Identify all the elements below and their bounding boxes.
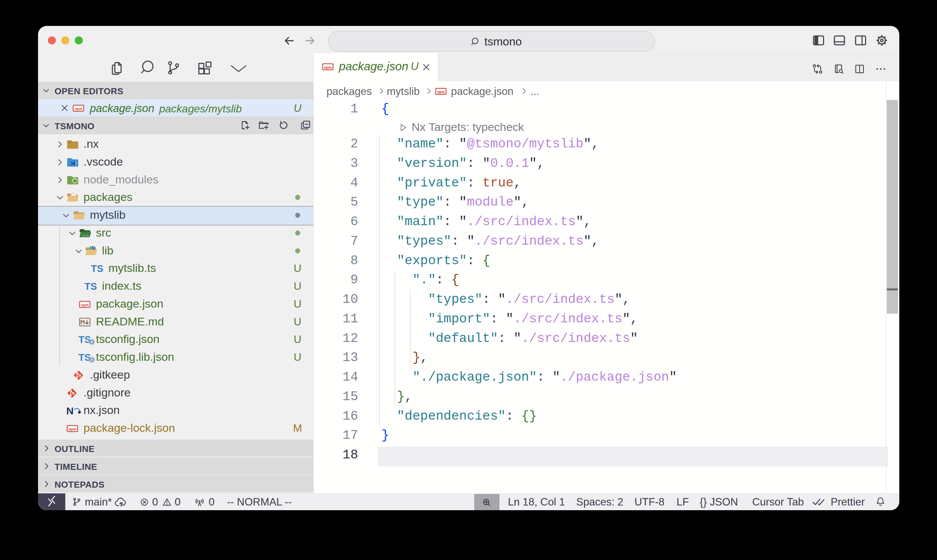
svg-text:TS: TS <box>78 334 91 345</box>
svg-text:npm: npm <box>324 65 332 69</box>
svg-text:JS: JS <box>73 179 77 183</box>
svg-text:N: N <box>66 405 74 416</box>
svg-text:TS: TS <box>85 281 97 292</box>
svg-text:TS: TS <box>91 263 103 274</box>
svg-text:npm: npm <box>68 427 76 431</box>
svg-text:npm: npm <box>74 107 82 111</box>
svg-text:</>: </> <box>82 234 89 238</box>
svg-text:npm: npm <box>437 90 445 94</box>
svg-text:TS: TS <box>78 352 91 363</box>
svg-text:npm: npm <box>81 303 89 307</box>
